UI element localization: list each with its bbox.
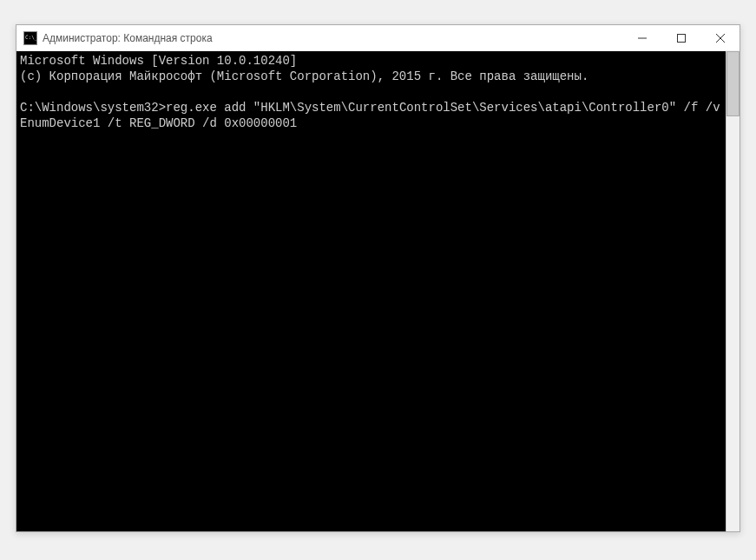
- window-title: Администратор: Командная строка: [43, 32, 622, 44]
- close-button[interactable]: [700, 25, 740, 50]
- command-prompt-window: Администратор: Командная строка Microsof…: [16, 24, 740, 532]
- scrollbar-thumb[interactable]: [726, 51, 740, 116]
- cmd-icon: [23, 31, 37, 45]
- svg-rect-1: [677, 34, 685, 42]
- vertical-scrollbar[interactable]: [726, 51, 740, 531]
- console-body: Microsoft Windows [Version 10.0.10240](c…: [16, 51, 740, 531]
- minimize-button[interactable]: [622, 25, 661, 50]
- titlebar[interactable]: Администратор: Командная строка: [16, 25, 740, 51]
- prompt-text: C:\Windows\system32>: [20, 101, 166, 115]
- maximize-button[interactable]: [661, 25, 700, 50]
- blank-line: [20, 84, 722, 100]
- prompt-line: C:\Windows\system32>reg.exe add "HKLM\Sy…: [20, 100, 722, 131]
- cursor: [297, 118, 304, 130]
- window-controls: [622, 25, 740, 50]
- version-line: Microsoft Windows [Version 10.0.10240]: [20, 53, 722, 69]
- copyright-line: (c) Корпорация Майкрософт (Microsoft Cor…: [20, 69, 722, 84]
- console-output[interactable]: Microsoft Windows [Version 10.0.10240](c…: [16, 51, 726, 531]
